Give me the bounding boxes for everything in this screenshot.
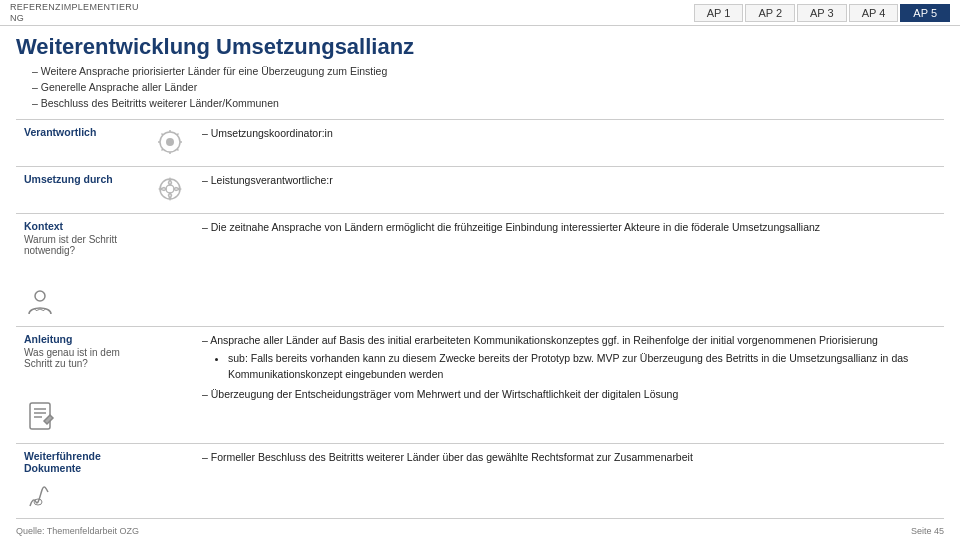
icon-kontext xyxy=(146,214,194,327)
label-weiterfuhrende: Weiterführende Dokumente xyxy=(16,444,146,519)
svg-rect-13 xyxy=(30,403,50,429)
ap-tab-1[interactable]: AP 1 xyxy=(694,4,744,22)
table-row-anleitung: Anleitung Was genau ist in dem Schritt z… xyxy=(16,327,944,444)
icon-anleitung xyxy=(146,327,194,444)
content-kontext: Die zeitnahe Ansprache von Ländern ermög… xyxy=(194,214,944,327)
main-content: Weiterentwicklung Umsetzungsallianz Weit… xyxy=(0,26,960,523)
svg-point-12 xyxy=(35,291,45,301)
svg-point-9 xyxy=(166,138,174,146)
table-row-verantwortlich: Verantwortlich Umsetzungskoordinator xyxy=(16,120,944,167)
label-verantwortlich: Verantwortlich xyxy=(16,120,146,167)
ap-tabs: AP 1 AP 2 AP 3 AP 4 AP 5 xyxy=(694,4,950,22)
header: REFERENZIMPLEMENTIERU NG AP 1 AP 2 AP 3 … xyxy=(0,0,960,26)
ap-tab-3[interactable]: AP 3 xyxy=(797,4,847,22)
footer-source: Quelle: Themenfeldarbeit OZG xyxy=(16,526,139,536)
ap-tab-5[interactable]: AP 5 xyxy=(900,4,950,22)
icon-weiterfuhrende xyxy=(146,444,194,519)
intro-bullets: Weitere Ansprache priorisierter Länder f… xyxy=(32,64,944,111)
content-weiterfuhrende: Formeller Beschluss des Beitritts weiter… xyxy=(194,444,944,519)
svg-line-6 xyxy=(177,149,179,151)
anleitung-sub-1: sub: Falls bereits vorhanden kann zu die… xyxy=(228,351,936,383)
table-row-umsetzung: Umsetzung durch Leistungsverantwortliche… xyxy=(16,167,944,214)
bullet-3: Beschluss des Beitritts weiterer Länder/… xyxy=(32,96,944,112)
bullet-2: Generelle Ansprache aller Länder xyxy=(32,80,944,96)
footer: Quelle: Themenfeldarbeit OZG Seite 45 xyxy=(16,526,944,536)
content-anleitung: Ansprache aller Länder auf Basis des ini… xyxy=(194,327,944,444)
table-row-kontext: Kontext Warum ist der Schritt notwendig?… xyxy=(16,214,944,327)
svg-point-10 xyxy=(160,179,180,199)
svg-line-5 xyxy=(162,134,164,136)
svg-line-7 xyxy=(177,134,179,136)
svg-line-8 xyxy=(162,149,164,151)
info-table: Verantwortlich Umsetzungskoordinator xyxy=(16,119,944,519)
content-verantwortlich: Umsetzungskoordinator:in xyxy=(194,120,944,167)
icon-verantwortlich xyxy=(146,120,194,167)
content-umsetzung: Leistungsverantwortliche:r xyxy=(194,167,944,214)
header-title: REFERENZIMPLEMENTIERU NG xyxy=(10,2,139,24)
ap-tab-2[interactable]: AP 2 xyxy=(745,4,795,22)
ap-tab-4[interactable]: AP 4 xyxy=(849,4,899,22)
icon-umsetzung xyxy=(146,167,194,214)
footer-page: Seite 45 xyxy=(911,526,944,536)
label-anleitung: Anleitung Was genau ist in dem Schritt z… xyxy=(16,327,146,444)
label-kontext: Kontext Warum ist der Schritt notwendig? xyxy=(16,214,146,327)
page-title: Weiterentwicklung Umsetzungsallianz xyxy=(16,34,944,60)
table-row-weiterfuhrende: Weiterführende Dokumente Formeller Besch… xyxy=(16,444,944,519)
label-umsetzung: Umsetzung durch xyxy=(16,167,146,214)
bullet-1: Weitere Ansprache priorisierter Länder f… xyxy=(32,64,944,80)
